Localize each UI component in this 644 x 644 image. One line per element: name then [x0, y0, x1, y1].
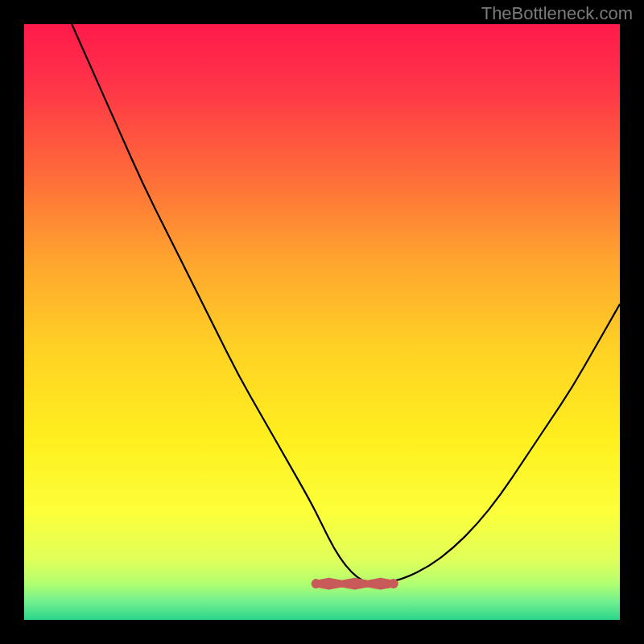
chart-svg: [24, 24, 620, 620]
svg-point-0: [312, 579, 321, 588]
svg-point-1: [389, 579, 398, 588]
chart-plot-area: [24, 24, 620, 620]
chart-background: [24, 24, 620, 620]
watermark-label: TheBottleneck.com: [481, 3, 633, 24]
tolerance-band: [312, 579, 398, 588]
